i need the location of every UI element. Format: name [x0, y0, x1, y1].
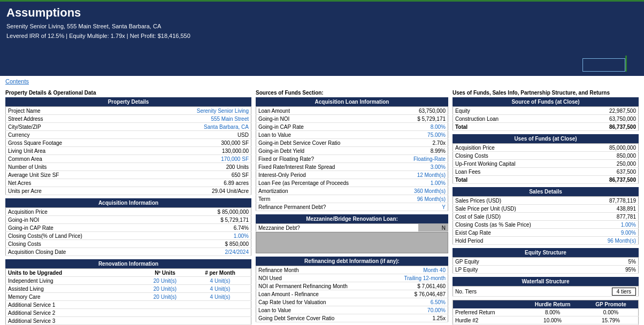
sales-label: Exist Cap Rate — [453, 229, 585, 237]
prop-label: Living Unit Area — [6, 147, 131, 155]
prop-value: 170,000 SF — [131, 155, 251, 163]
uses-label: Acquisition Price — [453, 144, 578, 152]
loan-value: 8.99% — [395, 147, 448, 155]
reno-col1 — [141, 309, 189, 317]
acq-loan-row: Amortization360 Month(s) — [256, 187, 448, 195]
sales-value: 1.00% — [584, 221, 638, 229]
prop-value: 29.04 Unit/Acre — [131, 187, 251, 195]
refi-label: Cap Rate Used for Valuation — [256, 298, 385, 306]
property-row: Street Address555 Main Street — [6, 115, 251, 123]
acquisition-row: Acquisition Price$ 85,000,000 — [6, 208, 251, 216]
acq-label: Acquisition Closing Date — [6, 248, 175, 256]
hurdle-col2-header: GP Promote — [584, 300, 639, 309]
uses-value: 850,000 — [578, 152, 638, 160]
renovation-row: Independent Living20 Unit(s)4 Unit(s) — [6, 277, 251, 285]
waterfall-table: No. Tiers4 tiers — [453, 286, 639, 297]
source-label: Total — [453, 123, 565, 131]
sales-label: Sale Price per Unit (USD) — [453, 205, 585, 213]
equity-header: Equity Structure — [453, 248, 639, 257]
prop-label: Project Name — [6, 107, 131, 115]
refi-label: NOI at Permanent Refinancing Month — [256, 282, 385, 290]
prop-label: Net Acres — [6, 179, 131, 187]
property-section-label: Property Details & Operational Data — [5, 90, 251, 96]
uses-row: Closing Costs850,000 — [453, 152, 639, 160]
refi-row: Loan to Value70.00% — [256, 306, 448, 314]
reno-col1 — [141, 317, 189, 325]
loan-label: Going-in Debt Service Cover Ratio — [256, 139, 395, 147]
loan-value: 360 Month(s) — [395, 187, 448, 195]
prop-value: USD — [131, 131, 251, 139]
acq-value: 2/24/2024 — [174, 248, 251, 256]
property-row: City/State/ZIPSanta Barbara, CA — [6, 123, 251, 131]
contents-link[interactable]: Contents — [5, 78, 29, 84]
refi-row: NOI at Permanent Refinancing Month$ 7,06… — [256, 282, 448, 290]
acq-loan-row: Loan Fee (as Percentage of Proceeds1.00% — [256, 179, 448, 187]
reno-label-header: Units to be Upgraded — [6, 269, 141, 277]
prop-value: 130,000.00 — [131, 147, 251, 155]
sales-row: Hold Period96 Month(s) — [453, 237, 639, 245]
refi-label: NOI Used — [256, 274, 385, 282]
reno-col2-header: # per Month — [189, 269, 251, 277]
sales-row: Cost of Sale (USD)877,781 — [453, 213, 639, 221]
acq-loan-row: Going-in NOI$ 5,729,171 — [256, 115, 448, 123]
uses-row: Loan Fees637,500 — [453, 168, 639, 176]
loan-value: 2.70x — [395, 139, 448, 147]
uses-value: 637,500 — [578, 168, 638, 176]
mezz-row: Mezzanine Debt?N — [256, 224, 448, 232]
loan-label: Amortization — [256, 187, 395, 195]
prop-value: 650 SF — [131, 171, 251, 179]
sales-label: Closing Costs (as % Sale Price) — [453, 221, 585, 229]
acq-value: $ 850,000 — [174, 240, 251, 248]
hurdle-table: Hurdle Return GP Promote Preferred Retur… — [453, 300, 639, 325]
acq-value: 1.00% — [174, 232, 251, 240]
prop-value: 200 Units — [131, 163, 251, 171]
source-row: Construction Loan63,750,000 — [453, 115, 639, 123]
mezz-table: Mezzanine Debt?N — [256, 223, 448, 232]
source-label: Equity — [453, 107, 565, 115]
sales-label: Cost of Sale (USD) — [453, 213, 585, 221]
loan-value: 3.00% — [395, 163, 448, 171]
hurdle-return: 10.00% — [522, 316, 584, 324]
acq-loan-row: Going-in CAP Rate8.00% — [256, 123, 448, 131]
uses-label: Closing Costs — [453, 152, 578, 160]
sales-label: Sales Prices (USD) — [453, 197, 585, 205]
acq-label: Closing Costs(% of Land Price) — [6, 232, 175, 240]
uses-value: 86,737,500 — [578, 176, 638, 184]
property-row: Net Acres6.89 acres — [6, 179, 251, 187]
prop-value: Santa Barbara, CA — [131, 123, 251, 131]
refi-row: Refinance MonthMonth 40 — [256, 266, 448, 274]
source-value: 86,737,500 — [565, 123, 638, 131]
sales-row: Exist Cap Rate9.00% — [453, 229, 639, 237]
acq-value: 6.74% — [174, 224, 251, 232]
refi-value: 6.50% — [385, 298, 448, 306]
acq-loan-row: Loan to Value75.00% — [256, 131, 448, 139]
reno-col1-header: Nº Units — [141, 269, 189, 277]
property-row: Number of Units200 Units — [6, 163, 251, 171]
acq-loan-row: Going-in Debt Yield8.99% — [256, 147, 448, 155]
refi-label: Going Debt Service Cover Ratio — [256, 314, 385, 322]
sales-row: Sales Prices (USD)87,778,119 — [453, 197, 639, 205]
mezz-value: N — [418, 224, 448, 232]
loan-value: Y — [395, 203, 448, 211]
acq-value: $ 5,729,171 — [174, 216, 251, 224]
property-row: Common Area170,000 SF — [6, 155, 251, 163]
refi-value: Month 40 — [385, 266, 448, 274]
source-row: Total86,737,500 — [453, 123, 639, 131]
loan-value: Floating-Rate — [395, 155, 448, 163]
sources-label: Sources of Funds Section: — [256, 90, 448, 96]
sales-row: Closing Costs (as % Sale Price)1.00% — [453, 221, 639, 229]
prop-value: 555 Main Street — [131, 115, 251, 123]
source-label: Construction Loan — [453, 115, 565, 123]
hurdle-col0-header — [453, 300, 522, 309]
renovation-row: Additional Service 2 — [6, 309, 251, 317]
sales-label: Hold Period — [453, 237, 585, 245]
waterfall-row: No. Tiers4 tiers — [453, 287, 639, 297]
header-line1: Serenity Senior Living, 555 Main Street,… — [6, 22, 638, 32]
uses-label: Up-Front Working Capital — [453, 160, 578, 168]
prop-label: Gross Square Footage — [6, 139, 131, 147]
refi-value: 1.25x — [385, 314, 448, 322]
refi-label: Refinance Month — [256, 266, 385, 274]
source-value: 63,750,000 — [565, 115, 638, 123]
renovation-row: Additional Service 1 — [6, 301, 251, 309]
reno-col1: 20 Unit(s) — [141, 277, 189, 285]
